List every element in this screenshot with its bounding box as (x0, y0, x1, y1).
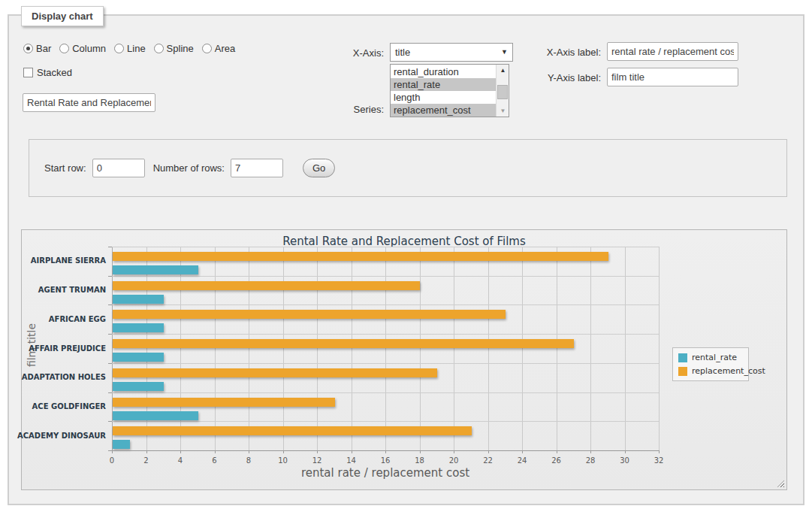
x-tick-label: 30 (620, 456, 629, 465)
bar-replacement_cost[interactable] (113, 339, 574, 348)
chart-type-column[interactable]: Column (59, 43, 106, 54)
category-label: ACADEMY DINOSAUR (17, 432, 106, 440)
x-axis-label-input[interactable] (607, 42, 738, 61)
gridline (249, 247, 249, 450)
bar-rental_rate[interactable] (113, 382, 164, 391)
bar-replacement_cost[interactable] (113, 252, 608, 261)
bar-rental_rate[interactable] (113, 323, 164, 332)
radio-icon (23, 44, 33, 53)
x-tick-mark (385, 450, 386, 453)
radio-label: Spline (167, 43, 194, 54)
bar-rental_rate[interactable] (113, 265, 198, 274)
x-tick-mark (146, 450, 147, 453)
gridline (283, 247, 284, 450)
x-axis-label-label: X-Axis label: (535, 47, 601, 58)
x-tick-label: 8 (246, 456, 251, 465)
x-tick-mark (180, 450, 181, 453)
category-boundary-line (112, 276, 659, 277)
stacked-checkbox[interactable]: Stacked (23, 67, 72, 78)
bar-rental_rate[interactable] (113, 295, 164, 304)
series-option-replacement_cost[interactable]: replacement_cost (391, 104, 496, 117)
series-listbox[interactable]: rental_durationrental_ratelengthreplacem… (390, 64, 509, 117)
series-option-rental_rate[interactable]: rental_rate (391, 78, 496, 91)
scrollbar[interactable]: ▲ ▼ (496, 65, 509, 117)
scrollbar-thumb[interactable] (497, 85, 508, 99)
x-tick-label: 4 (178, 456, 183, 465)
radio-label: Column (72, 43, 106, 54)
gridline (454, 247, 454, 450)
x-tick-mark (249, 450, 249, 453)
start-row-input[interactable] (92, 159, 145, 177)
x-tick-mark (625, 450, 626, 453)
chart-title-input[interactable] (23, 93, 155, 112)
number-of-rows-input[interactable] (231, 159, 283, 177)
number-of-rows-label: Number of rows: (153, 162, 225, 174)
category-tick-mark (108, 392, 112, 393)
chart-type-radiogroup: BarColumnLineSplineArea (23, 43, 235, 54)
x-tick-mark (215, 450, 216, 453)
gridline (420, 247, 421, 450)
resize-handle-icon[interactable] (777, 480, 784, 487)
chart-legend: rental_ratereplacement_cost (672, 347, 749, 381)
legend-item-replacement_cost[interactable]: replacement_cost (678, 366, 743, 376)
y-axis-label-input[interactable] (607, 68, 738, 86)
go-button[interactable]: Go (303, 159, 335, 177)
checkbox-icon (23, 68, 33, 77)
bar-rental_rate[interactable] (113, 411, 198, 420)
chart-type-line[interactable]: Line (114, 43, 146, 54)
category-boundary-line (112, 247, 659, 247)
bar-rental_rate[interactable] (113, 440, 130, 449)
x-axis-title: rental rate / replacement cost (112, 466, 659, 480)
legend-item-rental_rate[interactable]: rental_rate (678, 353, 743, 362)
category-label: ADAPTATION HOLES (22, 373, 106, 381)
x-tick-label: 24 (518, 456, 527, 465)
chart-type-area[interactable]: Area (202, 43, 235, 54)
x-tick-label: 26 (551, 456, 561, 465)
x-axis-select[interactable]: title ▼ (390, 43, 513, 62)
category-boundary-line (112, 363, 659, 364)
x-tick-label: 10 (278, 456, 288, 465)
bar-replacement_cost[interactable] (113, 310, 506, 319)
series-options: rental_durationrental_ratelengthreplacem… (391, 65, 496, 117)
legend-swatch-icon (678, 353, 687, 362)
x-tick-mark (522, 450, 523, 453)
start-row-label: Start row: (44, 162, 86, 174)
category-tick-mark (108, 247, 112, 247)
chart-type-bar[interactable]: Bar (23, 43, 51, 54)
bar-replacement_cost[interactable] (113, 426, 472, 435)
series-select-label: Series: (331, 104, 384, 115)
radio-icon (202, 44, 212, 53)
x-axis-select-label: X-Axis: (331, 47, 384, 59)
gridline (488, 247, 489, 450)
gridline (215, 247, 216, 450)
panel-title: Display chart (21, 6, 104, 26)
scroll-down-icon[interactable]: ▼ (497, 105, 509, 117)
x-tick-mark (112, 450, 113, 453)
scroll-up-icon[interactable]: ▲ (497, 65, 509, 76)
gridline (352, 247, 352, 450)
bar-replacement_cost[interactable] (113, 368, 437, 377)
bar-replacement_cost[interactable] (113, 398, 335, 407)
bar-rental_rate[interactable] (113, 353, 164, 362)
series-option-rental_duration[interactable]: rental_duration (391, 65, 496, 78)
stacked-label: Stacked (37, 67, 72, 78)
x-tick-label: 18 (415, 456, 424, 465)
category-boundary-line (112, 304, 659, 305)
x-tick-label: 22 (483, 456, 493, 465)
x-tick-mark (352, 450, 352, 453)
x-tick-mark (659, 450, 660, 453)
x-tick-label: 2 (143, 456, 148, 465)
bar-replacement_cost[interactable] (113, 281, 420, 290)
legend-swatch-icon (678, 367, 687, 376)
category-label: AIRPLANE SIERRA (31, 256, 106, 265)
x-tick-mark (590, 450, 591, 453)
x-tick-mark (420, 450, 421, 453)
row-range-panel: Start row: Number of rows: Go (29, 139, 787, 197)
category-label: ACE GOLDFINGER (32, 402, 106, 411)
chart-type-spline[interactable]: Spline (154, 43, 194, 54)
series-option-length[interactable]: length (391, 91, 496, 104)
category-tick-mark (108, 450, 112, 451)
category-label: AGENT TRUMAN (38, 286, 106, 294)
radio-label: Area (215, 43, 235, 54)
x-tick-label: 32 (654, 456, 664, 465)
